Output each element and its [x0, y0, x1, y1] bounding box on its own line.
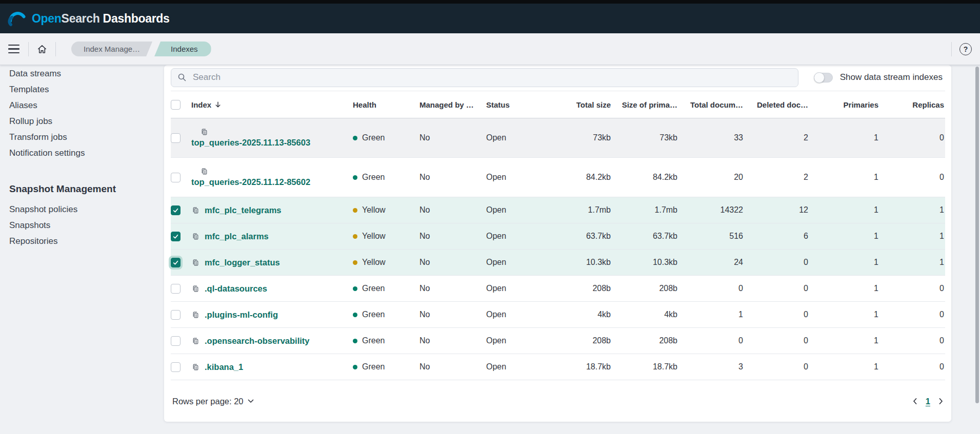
managed-by-cell: No — [419, 158, 486, 197]
size-of-primaries-cell: 208b — [612, 276, 678, 302]
copy-icon[interactable] — [191, 206, 199, 214]
index-name-link[interactable]: mfc_logger_status — [205, 258, 280, 267]
column-header-size-of-primaries[interactable]: Size of prima… — [612, 91, 678, 118]
show-data-stream-toggle-label: Show data stream indexes — [840, 72, 943, 82]
sidebar-item-snapshot-policies[interactable]: Snapshot policies — [9, 201, 157, 217]
deleted-documents-cell: 0 — [744, 276, 809, 302]
row-checkbox[interactable] — [171, 336, 181, 346]
search-input[interactable] — [192, 72, 792, 83]
breadcrumb: Index Manage… Indexes — [71, 42, 211, 56]
table-body: top_queries-2025.11.13-85603 Green No Op… — [171, 118, 945, 380]
replicas-cell: 0 — [879, 328, 945, 354]
previous-page-icon[interactable] — [912, 398, 917, 405]
health-dot — [353, 286, 357, 291]
primaries-cell: 1 — [809, 158, 879, 197]
copy-icon[interactable] — [191, 285, 199, 293]
status-cell: Open — [486, 158, 543, 197]
copy-icon[interactable] — [191, 259, 199, 266]
show-data-stream-toggle[interactable] — [814, 73, 833, 82]
deleted-documents-cell: 0 — [744, 354, 809, 380]
index-name-link[interactable]: top_queries-2025.11.13-85603 — [191, 138, 310, 148]
column-header-replicas[interactable]: Replicas — [879, 91, 945, 118]
column-header-managed-by[interactable]: Managed by … — [419, 91, 486, 118]
index-name-link[interactable]: .plugins-ml-config — [205, 310, 278, 320]
sidebar-item-data-streams[interactable]: Data streams — [9, 66, 157, 81]
index-name-link[interactable]: .kibana_1 — [205, 362, 243, 372]
column-header-primaries[interactable]: Primaries — [809, 91, 879, 118]
health-dot — [353, 260, 357, 265]
total-size-cell: 1.7mb — [543, 197, 612, 223]
index-name-link[interactable]: .ql-datasources — [205, 284, 267, 294]
home-icon[interactable] — [36, 44, 48, 55]
table-row[interactable]: top_queries-2025.11.12-85602 Green No Op… — [171, 158, 945, 197]
size-of-primaries-cell: 18.7kb — [612, 354, 678, 380]
sidebar-item-rollup-jobs[interactable]: Rollup jobs — [9, 113, 157, 129]
column-header-index[interactable]: Index — [191, 91, 353, 118]
row-checkbox[interactable] — [171, 258, 181, 267]
menu-icon[interactable] — [8, 43, 21, 56]
row-checkbox[interactable] — [171, 310, 181, 320]
total-documents-cell: 1 — [678, 302, 744, 328]
row-checkbox[interactable] — [171, 284, 181, 294]
table-header-row: Index Health Managed by … Status Total s… — [171, 91, 945, 118]
deleted-documents-cell: 2 — [744, 118, 809, 158]
sidebar-item-notification-settings[interactable]: Notification settings — [9, 145, 157, 161]
copy-icon[interactable] — [191, 233, 199, 240]
sidebar-item-repositories[interactable]: Repositories — [9, 233, 157, 249]
sidebar-nav: Data streams Templates Aliases Rollup jo… — [0, 65, 157, 249]
column-header-deleted-documents[interactable]: Deleted doc… — [744, 91, 809, 118]
row-checkbox[interactable] — [171, 232, 181, 241]
sidebar-item-aliases[interactable]: Aliases — [9, 97, 157, 113]
indexes-panel: Show data stream indexes Index — [164, 65, 951, 422]
copy-icon[interactable] — [191, 337, 199, 345]
column-header-total-size[interactable]: Total size — [543, 91, 612, 118]
row-checkbox[interactable] — [171, 173, 181, 182]
divider — [28, 42, 29, 56]
help-icon[interactable]: ? — [959, 43, 972, 55]
page-number-1[interactable]: 1 — [926, 397, 930, 406]
sidebar-item-templates[interactable]: Templates — [9, 81, 157, 97]
copy-icon[interactable] — [191, 363, 199, 371]
health-label: Green — [362, 284, 385, 293]
index-name-link[interactable]: top_queries-2025.11.12-85602 — [191, 177, 310, 187]
managed-by-cell: No — [419, 197, 486, 223]
table-row[interactable]: .plugins-ml-config Green No Open 4kb 4kb… — [171, 302, 945, 328]
sort-down-icon — [215, 101, 221, 108]
total-size-cell: 4kb — [543, 302, 612, 328]
copy-icon[interactable] — [191, 311, 199, 319]
select-all-checkbox[interactable] — [171, 100, 181, 110]
breadcrumb-indexes[interactable]: Indexes — [154, 42, 211, 56]
table-row[interactable]: .ql-datasources Green No Open 208b 208b … — [171, 276, 945, 302]
column-header-status[interactable]: Status — [486, 91, 543, 118]
total-size-cell: 208b — [543, 328, 612, 354]
row-checkbox[interactable] — [171, 362, 181, 372]
breadcrumb-index-management[interactable]: Index Manage… — [71, 42, 152, 56]
deleted-documents-cell: 0 — [744, 250, 809, 276]
health-dot — [353, 313, 357, 317]
table-row[interactable]: .opensearch-observability Green No Open … — [171, 328, 945, 354]
index-name-link[interactable]: .opensearch-observability — [205, 336, 310, 346]
column-header-total-documents[interactable]: Total docum… — [678, 91, 744, 118]
status-cell: Open — [486, 328, 543, 354]
copy-icon[interactable] — [191, 168, 353, 175]
table-row[interactable]: mfc_logger_status Yellow No Open 10.3kb … — [171, 250, 945, 276]
table-controls: Show data stream indexes — [171, 67, 945, 88]
column-header-health[interactable]: Health — [353, 91, 419, 118]
table-row[interactable]: mfc_plc_telegrams Yellow No Open 1.7mb 1… — [171, 197, 945, 223]
table-row[interactable]: .kibana_1 Green No Open 18.7kb 18.7kb 3 … — [171, 354, 945, 380]
sidebar-item-transform-jobs[interactable]: Transform jobs — [9, 129, 157, 145]
table-row[interactable]: mfc_plc_alarms Yellow No Open 63.7kb 63.… — [171, 223, 945, 250]
row-checkbox[interactable] — [171, 133, 181, 143]
replicas-cell: 0 — [879, 118, 945, 158]
sidebar-item-snapshots[interactable]: Snapshots — [9, 217, 157, 233]
managed-by-cell: No — [419, 118, 486, 158]
vertical-scrollbar[interactable] — [975, 67, 979, 403]
row-checkbox[interactable] — [171, 205, 181, 215]
index-name-link[interactable]: mfc_plc_telegrams — [205, 205, 282, 215]
divider — [951, 42, 952, 56]
table-row[interactable]: top_queries-2025.11.13-85603 Green No Op… — [171, 118, 945, 158]
index-name-link[interactable]: mfc_plc_alarms — [205, 232, 269, 241]
rows-per-page-button[interactable]: Rows per page: 20 — [172, 397, 254, 406]
copy-icon[interactable] — [191, 128, 353, 136]
next-page-icon[interactable] — [938, 398, 944, 405]
